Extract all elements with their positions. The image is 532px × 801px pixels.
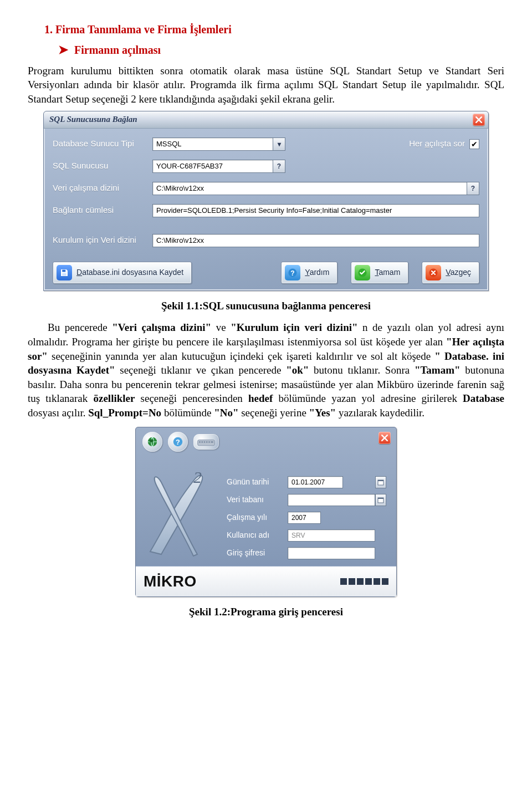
close-icon: [381, 435, 388, 441]
section-heading: 1. Firma Tanımlama ve Firma İşlemleri: [44, 22, 504, 37]
label-db-type: Database Sunucu Tipi: [53, 138, 152, 149]
cancel-icon: [426, 265, 441, 280]
date-input[interactable]: 01.01.2007: [288, 476, 343, 488]
svg-rect-21: [378, 498, 383, 499]
login-toolbar: ?: [136, 427, 396, 452]
svg-rect-11: [199, 441, 201, 443]
connection-string-input[interactable]: Provider=SQLOLEDB.1;Persist Security Inf…: [152, 204, 479, 217]
label-data-dir: Veri çalışma dizini: [53, 182, 152, 193]
save-icon: [57, 265, 72, 280]
help-button-label: Yardım: [305, 267, 329, 278]
password-input[interactable]: [288, 547, 375, 559]
year-input[interactable]: 2007: [288, 512, 321, 524]
svg-text:?: ?: [176, 437, 180, 446]
close-icon: [475, 116, 482, 123]
arrow-icon: ➤: [58, 43, 68, 57]
svg-rect-14: [206, 441, 208, 443]
save-database-ini-button[interactable]: Database.ini dosyasına Kaydet: [53, 262, 192, 284]
login-close-button[interactable]: [378, 432, 391, 444]
ok-button-label: Tamam: [375, 267, 400, 278]
label-connection-string: Bağlantı cümlesi: [53, 205, 152, 216]
globe-icon[interactable]: [142, 432, 162, 452]
keyboard-icon[interactable]: [193, 434, 219, 450]
save-button-label: Database.ini dosyasına Kaydet: [76, 267, 183, 278]
svg-rect-12: [202, 441, 203, 443]
install-dir-input[interactable]: C:\Mikro\v12xx: [152, 234, 479, 247]
label-database: Veri tabanı: [227, 494, 288, 505]
database-browse-button[interactable]: [375, 494, 386, 506]
startup-ask-checkbox[interactable]: ✔: [469, 139, 479, 149]
close-button[interactable]: [473, 114, 485, 126]
ok-icon: [355, 265, 370, 280]
paragraph-2: Bu pencerede "Veri çalışma dizini" ve "K…: [28, 320, 504, 420]
figure-caption-2: Şekil 1.2:Programa giriş penceresi: [28, 605, 504, 619]
footer-squares-icon: [340, 578, 388, 585]
db-type-combo[interactable]: MSSQL: [152, 137, 273, 151]
combo-arrow-icon[interactable]: ▾: [273, 137, 285, 151]
ok-button[interactable]: Tamam: [351, 262, 408, 284]
svg-text:?: ?: [291, 269, 295, 277]
dialog-title: SQL Sunucusuna Bağlan: [49, 114, 137, 125]
dialog-button-bar: Database.ini dosyasına Kaydet ? Yardım T…: [53, 262, 479, 284]
label-password: Giriş şifresi: [227, 548, 288, 558]
sql-connect-dialog: SQL Sunucusuna Bağlan Database Sunucu Ti…: [43, 111, 489, 291]
login-footer: MİKRO: [136, 566, 396, 596]
mikro-logo: MİKRO: [144, 571, 197, 592]
svg-rect-13: [204, 441, 206, 443]
app-x-logo: 2: [145, 457, 217, 557]
help-icon[interactable]: ?: [168, 432, 188, 452]
label-install-dir: Kurulum için Veri dizini: [53, 234, 152, 246]
dialog-body: Database Sunucu Tipi MSSQL ▾ Her açılışt…: [44, 129, 488, 290]
figure-caption-1: Şekil 1.1:SQL sunucusuna bağlanma pencer…: [28, 299, 504, 313]
cancel-button-label: Vazgeç: [446, 267, 471, 278]
sql-server-browse-button[interactable]: ?: [273, 160, 285, 173]
paragraph-1: Program kurulumu bittikten sonra otomati…: [28, 64, 504, 106]
svg-rect-16: [211, 441, 213, 443]
sql-server-input[interactable]: YOUR-C687F5AB37: [152, 160, 273, 173]
date-picker-button[interactable]: [375, 476, 386, 488]
svg-rect-0: [62, 269, 65, 272]
database-input[interactable]: [288, 494, 375, 506]
cancel-button[interactable]: Vazgeç: [422, 262, 479, 284]
subheading-text: Firmanın açılması: [74, 44, 161, 56]
label-sql-server: SQL Sunucusu: [53, 160, 152, 171]
help-button[interactable]: ? Yardım: [281, 262, 337, 284]
svg-rect-1: [62, 273, 66, 275]
svg-text:2: 2: [193, 468, 202, 486]
help-icon: ?: [285, 265, 300, 280]
svg-rect-15: [208, 441, 210, 443]
label-username: Kullanıcı adı: [227, 530, 288, 540]
data-dir-browse-button[interactable]: ?: [467, 182, 479, 195]
login-dialog: ? 2 Günün tar: [135, 427, 397, 597]
dialog-titlebar: SQL Sunucusuna Bağlan: [44, 111, 488, 129]
username-input[interactable]: SRV: [288, 529, 375, 542]
subheading-bullet: ➤ Firmanın açılması: [58, 42, 504, 58]
label-date: Günün tarihi: [227, 477, 288, 487]
label-startup-ask: Her açılışta sor: [409, 138, 465, 149]
data-dir-input[interactable]: C:\Mikro\v12xx: [152, 182, 467, 195]
svg-rect-19: [378, 480, 383, 481]
label-year: Çalışma yılı: [227, 512, 288, 523]
svg-point-7: [150, 439, 154, 442]
